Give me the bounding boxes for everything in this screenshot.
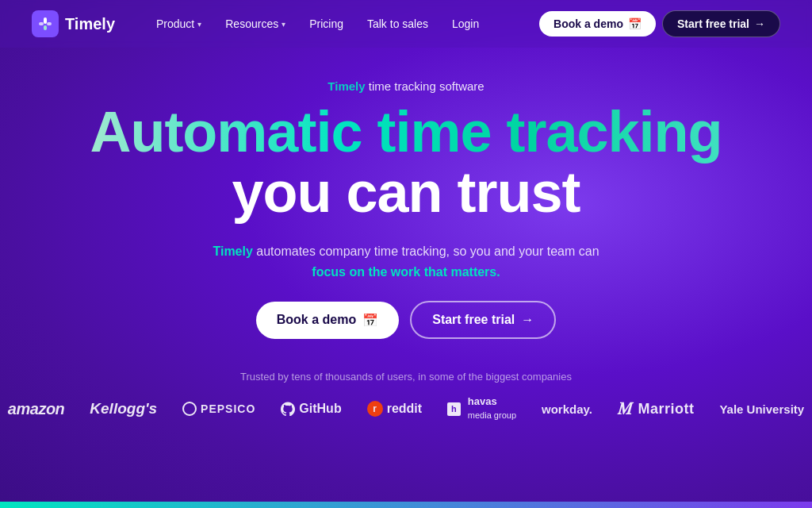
- logo-amazon: amazon: [8, 400, 64, 418]
- nav-start-trial-button[interactable]: Start free trial →: [662, 10, 780, 37]
- havas-h-icon: h: [447, 402, 461, 416]
- nav-item-login[interactable]: Login: [442, 13, 488, 35]
- hero-section: Timely time tracking software Automatic …: [0, 48, 812, 371]
- nav-item-talk-to-sales[interactable]: Talk to sales: [358, 13, 438, 35]
- bottom-bar: [0, 502, 812, 508]
- chevron-down-icon: ▾: [197, 20, 201, 29]
- hero-title-line2: you can trust: [90, 163, 722, 223]
- pepsico-circle-icon: [182, 402, 197, 416]
- svg-rect-0: [44, 17, 47, 24]
- logo-workday: workday.: [542, 402, 592, 416]
- logo-github: GitHub: [281, 402, 341, 416]
- hero-subtitle: Timely time tracking software: [327, 79, 484, 93]
- hero-title-line1: Automatic time tracking: [90, 100, 722, 164]
- navbar: Timely Product ▾ Resources ▾ Pricing Tal…: [0, 0, 812, 48]
- marriott-m-icon: 𝑀: [618, 398, 633, 419]
- logo-icon: [32, 10, 59, 37]
- svg-rect-2: [39, 22, 44, 25]
- logo-havas: h havasmedia group: [447, 395, 516, 422]
- nav-item-resources[interactable]: Resources ▾: [216, 13, 295, 35]
- logo-reddit: r reddit: [367, 401, 422, 417]
- hero-book-demo-button[interactable]: Book a demo 📅: [256, 302, 399, 339]
- arrow-icon: →: [754, 17, 765, 30]
- hero-start-trial-button[interactable]: Start free trial →: [410, 301, 556, 339]
- logo-yale: Yale University: [719, 402, 804, 416]
- trusted-label: Trusted by tens of thousands of users, i…: [32, 371, 780, 383]
- arrow-icon: →: [521, 313, 534, 327]
- nav-actions: Book a demo 📅 Start free trial →: [539, 10, 780, 37]
- hero-description: Timely automates company time tracking, …: [200, 241, 612, 282]
- nav-item-product[interactable]: Product ▾: [147, 13, 211, 35]
- nav-item-pricing[interactable]: Pricing: [300, 13, 353, 35]
- reddit-icon: r: [367, 401, 383, 417]
- brand-name: Timely: [65, 15, 115, 33]
- hero-buttons: Book a demo 📅 Start free trial →: [256, 301, 557, 339]
- svg-rect-1: [44, 25, 47, 30]
- svg-rect-3: [47, 22, 52, 25]
- hero-title: Automatic time tracking you can trust: [90, 102, 722, 222]
- logo-area[interactable]: Timely: [32, 10, 115, 37]
- trusted-section: Trusted by tens of thousands of users, i…: [0, 371, 812, 422]
- calendar-icon: 📅: [628, 17, 642, 30]
- logo-marriott: 𝑀 Marriott: [618, 398, 695, 419]
- logo-kelloggs: Kellogg's: [90, 400, 157, 418]
- logo-pepsico: PEPSICO: [182, 402, 255, 416]
- chevron-down-icon: ▾: [282, 20, 285, 29]
- nav-book-demo-button[interactable]: Book a demo 📅: [539, 11, 656, 37]
- calendar-icon: 📅: [362, 313, 378, 328]
- nav-links: Product ▾ Resources ▾ Pricing Talk to sa…: [147, 13, 539, 35]
- logos-row: amazon Kellogg's PEPSICO GitHub r reddit…: [32, 395, 780, 422]
